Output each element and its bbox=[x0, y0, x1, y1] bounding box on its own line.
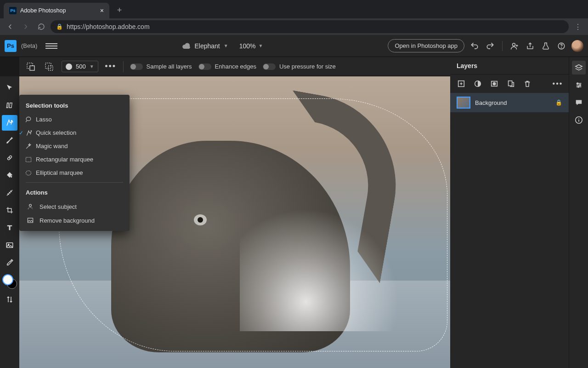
undo-button[interactable] bbox=[469, 40, 480, 52]
chevron-down-icon: ▼ bbox=[224, 43, 228, 48]
account-avatar[interactable] bbox=[571, 40, 583, 52]
selection-tools-flyout: Selection tools Lasso Quick selection Ma… bbox=[19, 95, 130, 231]
forward-button[interactable] bbox=[19, 20, 32, 33]
layers-more-button[interactable]: ••• bbox=[553, 79, 562, 88]
foreground-color-swatch[interactable] bbox=[2, 274, 13, 285]
svg-point-24 bbox=[579, 85, 581, 86]
open-desktop-button[interactable]: Open in Photoshop app bbox=[388, 39, 464, 52]
svg-point-2 bbox=[561, 47, 562, 48]
svg-rect-4 bbox=[30, 66, 34, 70]
brush-size-value: 500 bbox=[76, 63, 86, 70]
document-title-dropdown[interactable]: Elephant ▼ bbox=[182, 42, 228, 50]
quick-selection-tool-item[interactable]: Quick selection bbox=[19, 126, 130, 139]
beaker-icon[interactable] bbox=[540, 40, 551, 52]
new-tab-button[interactable]: + bbox=[113, 4, 126, 17]
add-selection-icon[interactable] bbox=[25, 61, 37, 73]
delete-layer-button[interactable] bbox=[523, 79, 532, 88]
quick-selection-icon bbox=[26, 129, 33, 137]
remove-background-action[interactable]: Remove background bbox=[19, 213, 130, 227]
zoom-value: 100% bbox=[239, 42, 256, 50]
comments-rail-button[interactable] bbox=[572, 96, 586, 109]
transform-tool[interactable] bbox=[2, 98, 17, 113]
place-image-tool[interactable] bbox=[2, 237, 17, 253]
close-tab-icon[interactable]: × bbox=[100, 7, 104, 14]
lock-icon[interactable]: 🔒 bbox=[555, 99, 562, 106]
swap-colors-button[interactable] bbox=[2, 292, 17, 307]
use-pressure-toggle[interactable] bbox=[263, 63, 276, 70]
magic-wand-tool-item[interactable]: Magic wand bbox=[19, 139, 130, 153]
heal-tool[interactable] bbox=[2, 150, 17, 166]
sample-all-label: Sample all layers bbox=[147, 63, 192, 70]
enhance-edges-toggle[interactable] bbox=[198, 63, 211, 70]
lasso-tool-item[interactable]: Lasso bbox=[19, 113, 130, 126]
layer-row-background[interactable]: Background 🔒 bbox=[450, 93, 569, 112]
flyout-section-title: Actions bbox=[19, 185, 130, 200]
brush-tool[interactable] bbox=[2, 132, 17, 148]
layers-rail-button[interactable] bbox=[572, 61, 586, 75]
help-button[interactable] bbox=[556, 40, 567, 52]
info-rail-button[interactable] bbox=[572, 113, 586, 127]
fill-tool[interactable] bbox=[2, 167, 17, 183]
back-button[interactable] bbox=[4, 20, 17, 33]
right-panel-rail bbox=[569, 57, 588, 368]
svg-point-13 bbox=[31, 131, 32, 132]
svg-point-16 bbox=[29, 204, 32, 207]
selection-tool[interactable] bbox=[2, 115, 17, 131]
layers-panel-toolbar: ••• bbox=[450, 75, 569, 93]
hamburger-menu-button[interactable] bbox=[45, 40, 57, 52]
layers-panel-title: Layers bbox=[450, 57, 569, 75]
invite-button[interactable] bbox=[509, 40, 520, 52]
more-options-button[interactable]: ••• bbox=[105, 61, 117, 73]
svg-rect-17 bbox=[28, 218, 33, 223]
favicon-icon: Ps bbox=[9, 7, 17, 14]
crop-tool[interactable] bbox=[2, 202, 17, 218]
cloud-icon bbox=[182, 43, 191, 49]
magic-wand-icon bbox=[25, 143, 32, 150]
svg-point-15 bbox=[26, 171, 31, 175]
layer-name: Background bbox=[475, 99, 551, 106]
browser-toolbar: 🔒 https://photoshop.adobe.com ⋮ bbox=[0, 18, 588, 35]
browser-menu-button[interactable]: ⋮ bbox=[571, 20, 584, 33]
zoom-dropdown[interactable]: 100% ▼ bbox=[239, 42, 263, 50]
properties-rail-button[interactable] bbox=[572, 78, 586, 92]
subtract-selection-icon[interactable] bbox=[43, 61, 55, 73]
tool-rail bbox=[0, 76, 19, 368]
svg-point-25 bbox=[577, 86, 579, 87]
sample-all-layers-toggle[interactable] bbox=[130, 63, 143, 70]
tab-title: Adobe Photoshop bbox=[20, 7, 66, 14]
type-tool[interactable] bbox=[2, 220, 17, 236]
color-swatches[interactable] bbox=[2, 274, 17, 289]
select-subject-icon bbox=[26, 203, 35, 210]
gradient-tool[interactable] bbox=[2, 185, 17, 201]
address-bar[interactable]: 🔒 https://photoshop.adobe.com bbox=[51, 20, 569, 33]
share-button[interactable] bbox=[525, 40, 536, 52]
chevron-down-icon: ▼ bbox=[90, 64, 94, 69]
tool-options-bar: 500 ▼ ••• Sample all layers Enhance edge… bbox=[19, 57, 450, 76]
eyedropper-tool[interactable] bbox=[2, 255, 17, 270]
rectangular-marquee-tool-item[interactable]: Rectangular marquee bbox=[19, 153, 130, 166]
svg-point-12 bbox=[26, 117, 31, 121]
lasso-icon bbox=[25, 116, 32, 123]
svg-point-8 bbox=[12, 121, 13, 122]
chevron-down-icon: ▼ bbox=[258, 43, 263, 48]
ps-logo-icon[interactable]: Ps bbox=[5, 40, 17, 52]
ellipse-marquee-icon bbox=[25, 169, 32, 177]
elliptical-marquee-tool-item[interactable]: Elliptical marquee bbox=[19, 166, 130, 179]
document-name: Elephant bbox=[194, 42, 220, 50]
mask-button[interactable] bbox=[490, 79, 499, 88]
remove-bg-icon bbox=[26, 217, 35, 224]
brush-size-dropdown[interactable]: 500 ▼ bbox=[62, 61, 98, 72]
enhance-edges-label: Enhance edges bbox=[215, 63, 256, 70]
clip-button[interactable] bbox=[506, 79, 515, 88]
beta-badge: (Beta) bbox=[21, 42, 37, 49]
select-subject-action[interactable]: Select subject bbox=[19, 200, 130, 213]
rectangle-marquee-icon bbox=[25, 156, 32, 163]
adjustment-layer-button[interactable] bbox=[473, 79, 482, 88]
redo-button[interactable] bbox=[485, 40, 496, 52]
browser-tab[interactable]: Ps Adobe Photoshop × bbox=[4, 3, 109, 18]
add-layer-button[interactable] bbox=[457, 79, 466, 88]
lock-icon: 🔒 bbox=[56, 23, 63, 30]
move-tool[interactable] bbox=[2, 80, 17, 96]
reload-button[interactable] bbox=[35, 20, 48, 33]
layers-panel: Layers ••• Background 🔒 bbox=[450, 57, 569, 368]
